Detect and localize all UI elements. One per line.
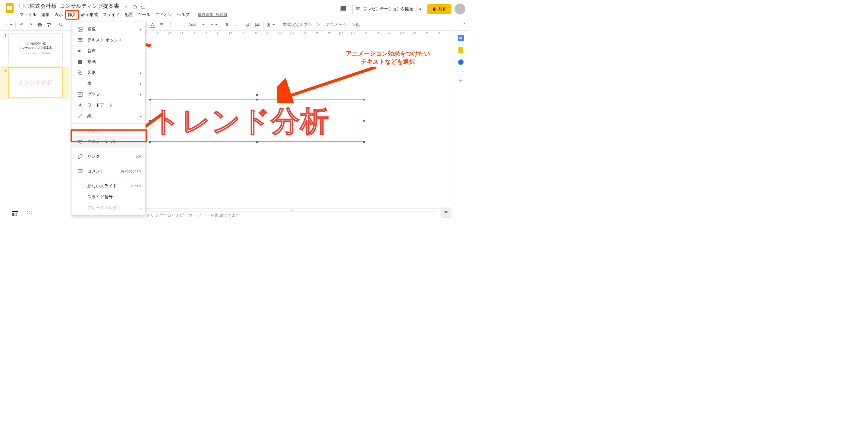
table-icon bbox=[76, 81, 84, 87]
svg-rect-18 bbox=[29, 213, 30, 214]
menu-file[interactable]: ファイル bbox=[18, 11, 38, 19]
annotation-arrow-icon bbox=[277, 67, 379, 103]
zoom-button[interactable] bbox=[57, 21, 65, 29]
move-icon[interactable] bbox=[132, 4, 137, 10]
menu-animation[interactable]: アニメーション bbox=[72, 136, 145, 147]
wordart-object[interactable]: トレンド分析 bbox=[150, 100, 364, 142]
link-button[interactable] bbox=[244, 21, 253, 29]
grid-view-icon[interactable] bbox=[27, 211, 33, 215]
rotate-handle[interactable] bbox=[256, 94, 258, 96]
menu-view[interactable]: 表示 bbox=[53, 11, 65, 19]
explore-button[interactable] bbox=[441, 208, 451, 217]
slide-thumbnail-2[interactable]: トレンド分析 bbox=[8, 67, 63, 98]
menu-addon[interactable]: アドオン bbox=[153, 11, 174, 19]
menu-image[interactable]: 画像▸ bbox=[72, 24, 145, 35]
filmstrip-view-icon[interactable] bbox=[12, 211, 18, 215]
menu-insert[interactable]: 挿入 bbox=[66, 11, 79, 19]
present-button[interactable]: プレゼンテーションを開始 bbox=[352, 4, 417, 14]
cloud-icon[interactable] bbox=[141, 4, 146, 10]
menu-tool[interactable]: ツール bbox=[135, 11, 153, 19]
chart-icon bbox=[76, 91, 84, 97]
account-avatar[interactable] bbox=[455, 4, 465, 14]
resize-handle[interactable] bbox=[256, 141, 258, 143]
svg-rect-17 bbox=[27, 213, 28, 214]
omega-icon: Ω bbox=[76, 128, 84, 134]
spacing-button[interactable]: ⋮ bbox=[166, 21, 175, 29]
comment-history-icon[interactable] bbox=[338, 4, 349, 14]
comment-button[interactable] bbox=[253, 21, 261, 29]
selection-box[interactable]: トレンド分析 bbox=[150, 99, 364, 142]
svg-rect-14 bbox=[27, 211, 28, 212]
svg-point-6 bbox=[79, 28, 80, 29]
menu-slide[interactable]: スライド bbox=[101, 11, 122, 19]
resize-handle[interactable] bbox=[363, 119, 365, 122]
menu-placeholder: プレースホルダ▸ bbox=[72, 202, 145, 213]
menu-wordart[interactable]: Aワードアート bbox=[72, 100, 145, 111]
input-tools-button[interactable]: あ bbox=[266, 21, 276, 29]
svg-rect-16 bbox=[31, 211, 32, 212]
shape-icon bbox=[76, 70, 84, 76]
collapse-toolbar-icon[interactable]: ⌃ bbox=[463, 21, 466, 29]
svg-point-8 bbox=[78, 70, 81, 73]
menubar: ファイル 編集 表示 挿入 表示形式 スライド 配置 ツール アドオン ヘルプ … bbox=[18, 11, 338, 19]
speaker-notes[interactable]: クリックするとスピーカー ノートを追加できます bbox=[138, 211, 435, 219]
paint-format-button[interactable] bbox=[44, 21, 53, 29]
font-size-button[interactable]: − bbox=[210, 21, 219, 29]
menu-line[interactable]: 線▸ bbox=[72, 111, 145, 122]
resize-handle[interactable] bbox=[149, 98, 151, 101]
menu-format[interactable]: 表示形式 bbox=[79, 11, 100, 19]
menu-link[interactable]: リンク⌘K bbox=[72, 151, 145, 162]
view-switcher bbox=[0, 207, 69, 219]
audio-icon bbox=[76, 48, 84, 54]
redo-button[interactable]: ↷ bbox=[27, 21, 35, 29]
svg-rect-12 bbox=[12, 213, 14, 216]
textbox-icon bbox=[76, 37, 84, 43]
menu-arrange[interactable]: 配置 bbox=[122, 11, 135, 19]
svg-point-1 bbox=[59, 23, 62, 26]
present-label: プレゼンテーションを開始 bbox=[363, 6, 413, 12]
menu-slide-number[interactable]: スライド番号 bbox=[72, 192, 145, 202]
animate-button[interactable]: アニメーション化 bbox=[323, 21, 362, 29]
lock-icon bbox=[432, 7, 436, 11]
addons-plus-icon[interactable]: ＋ bbox=[458, 78, 464, 84]
share-button[interactable]: 共有 bbox=[427, 4, 451, 14]
new-slide-button[interactable]: ＋ bbox=[3, 21, 13, 29]
ruler-horizontal: 1234567891011121314151617181920212223242… bbox=[144, 31, 449, 36]
menu-comment[interactable]: コメント⌘+option+M bbox=[72, 166, 145, 177]
doc-title[interactable]: 〇〇株式会社様_コンサルティング提案書 bbox=[18, 2, 121, 10]
text-color-button[interactable] bbox=[148, 21, 157, 29]
resize-handle[interactable] bbox=[363, 141, 365, 143]
menu-edit[interactable]: 編集 bbox=[39, 11, 52, 19]
undo-button[interactable]: ↶ bbox=[18, 21, 26, 29]
video-icon bbox=[76, 59, 84, 65]
tasks-icon[interactable] bbox=[458, 59, 464, 65]
align-button[interactable] bbox=[157, 21, 166, 29]
menu-audio[interactable]: 音声 bbox=[72, 46, 145, 56]
last-edit-link[interactable]: 最終編集: 数秒前 bbox=[198, 12, 227, 18]
present-dropdown[interactable]: ▾ bbox=[416, 4, 424, 14]
menu-table[interactable]: 表▸ bbox=[72, 78, 145, 89]
app-logo[interactable] bbox=[4, 2, 16, 14]
menu-video[interactable]: 動画 bbox=[72, 56, 145, 67]
star-icon[interactable]: ☆ bbox=[124, 4, 129, 10]
calendar-icon[interactable]: 31 bbox=[458, 35, 464, 41]
notes-drag-handle[interactable] bbox=[287, 210, 296, 212]
menu-textbox[interactable]: テキスト ボックス bbox=[72, 35, 145, 46]
menu-help[interactable]: ヘルプ bbox=[175, 11, 192, 19]
svg-rect-13 bbox=[15, 213, 17, 216]
keep-icon[interactable] bbox=[458, 47, 464, 53]
slide-thumbnail-1[interactable]: 〇〇株式会社様 コンサルティング提案書 △△コンサルティング株式会社 bbox=[8, 33, 63, 63]
resize-handle[interactable] bbox=[256, 98, 258, 101]
menu-chart[interactable]: グラフ▸ bbox=[72, 89, 145, 100]
italic-button[interactable]: I bbox=[232, 21, 240, 29]
svg-point-11 bbox=[79, 140, 82, 144]
format-options-button[interactable]: 書式設定オプション bbox=[280, 21, 323, 29]
font-select[interactable]: Arial bbox=[179, 21, 206, 29]
header: 〇〇株式会社様_コンサルティング提案書 ☆ ファイル 編集 表示 挿入 表示形式… bbox=[0, 0, 469, 19]
menu-new-slide[interactable]: 新しいスライドCtrl+M bbox=[72, 181, 145, 192]
filmstrip: 1 〇〇株式会社様 コンサルティング提案書 △△コンサルティング株式会社 2 ト… bbox=[0, 31, 69, 219]
animation-icon bbox=[76, 139, 84, 145]
bold-button[interactable]: B bbox=[223, 21, 231, 29]
menu-shape[interactable]: 図形▸ bbox=[72, 67, 145, 78]
print-button[interactable] bbox=[36, 21, 44, 29]
